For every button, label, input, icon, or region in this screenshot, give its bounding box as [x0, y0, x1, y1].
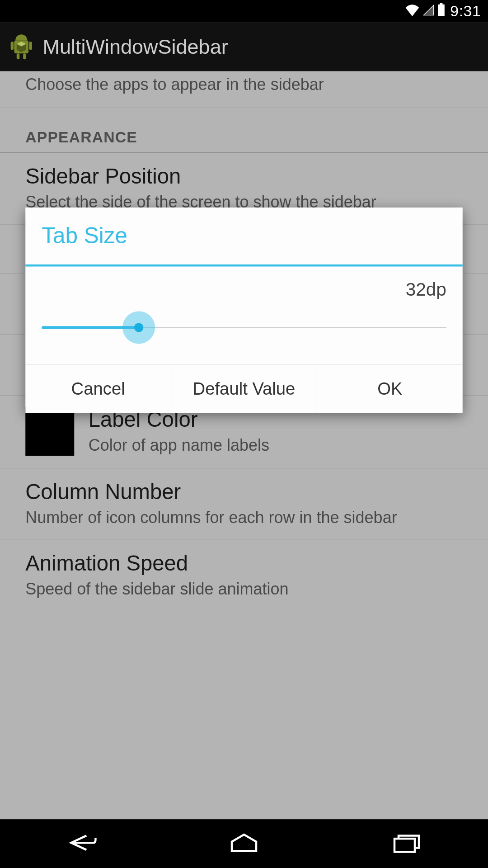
tab-size-slider[interactable] [42, 313, 446, 342]
svg-rect-4 [29, 41, 32, 49]
slider-value-label: 32dp [42, 279, 446, 300]
status-clock: 9:31 [450, 3, 481, 20]
tab-size-dialog: Tab Size 32dp Cancel Default Value OK [25, 208, 463, 413]
status-bar: 9:31 [0, 0, 488, 23]
app-icon [7, 32, 36, 62]
navigation-bar [0, 819, 488, 868]
battery-icon [437, 3, 445, 20]
dialog-scrim[interactable] [0, 71, 488, 820]
dialog-button-bar: Cancel Default Value OK [25, 364, 463, 413]
recents-icon[interactable] [386, 830, 427, 857]
ok-button[interactable]: OK [317, 365, 463, 413]
cell-signal-icon [422, 3, 435, 20]
wifi-icon [404, 3, 420, 20]
svg-rect-3 [11, 41, 14, 49]
dialog-title: Tab Size [25, 208, 463, 264]
default-value-button[interactable]: Default Value [171, 365, 317, 413]
action-bar: MultiWindowSidebar [0, 23, 488, 71]
back-icon[interactable] [61, 830, 102, 857]
home-icon[interactable] [224, 830, 264, 857]
svg-rect-6 [23, 53, 26, 59]
svg-rect-9 [394, 839, 415, 852]
cancel-button[interactable]: Cancel [25, 365, 171, 413]
svg-rect-5 [17, 53, 20, 59]
dialog-body: 32dp [25, 267, 463, 364]
app-title: MultiWindowSidebar [43, 36, 228, 59]
status-icons [404, 3, 445, 20]
slider-thumb[interactable] [134, 323, 143, 332]
